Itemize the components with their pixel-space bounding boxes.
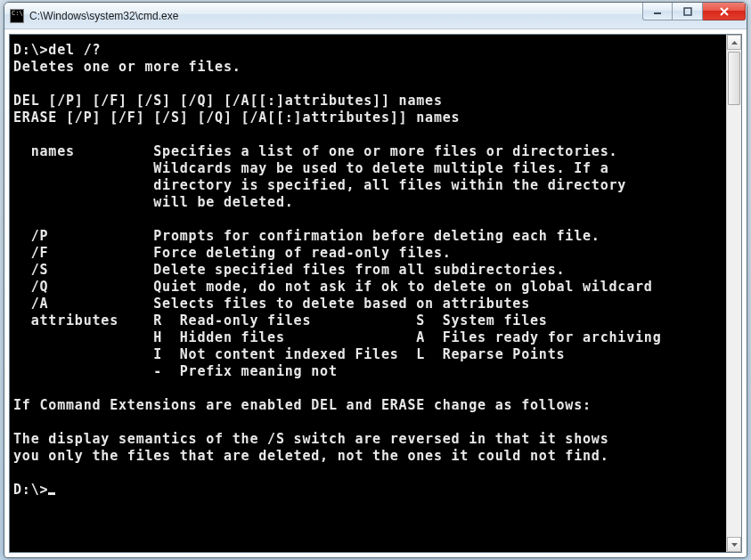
- svg-rect-1: [684, 8, 691, 15]
- line: attributes R Read-only files S System fi…: [13, 312, 548, 329]
- line: /A Selects files to delete based on attr…: [13, 296, 530, 312]
- close-icon: [719, 7, 730, 16]
- maximize-icon: [683, 7, 692, 16]
- chevron-up-icon: [731, 41, 738, 45]
- line: - Prefix meaning not: [13, 363, 338, 379]
- prompt: D:\>: [13, 482, 48, 498]
- line: will be deleted.: [13, 194, 294, 210]
- scroll-track[interactable]: [727, 50, 741, 537]
- line: /Q Quiet mode, do not ask if ok to delet…: [13, 279, 653, 295]
- console-output[interactable]: D:\>del /? Deletes one or more files. DE…: [10, 35, 726, 552]
- cmd-window: C:\Windows\system32\cmd.exe D:\>del /? D…: [4, 2, 747, 558]
- line: DEL [/P] [/F] [/S] [/Q] [/A[[:]attribute…: [13, 93, 443, 109]
- line: I Not content indexed Files L Reparse Po…: [13, 346, 565, 362]
- scroll-down-button[interactable]: [727, 537, 741, 552]
- line: If Command Extensions are enabled DEL an…: [13, 397, 592, 413]
- line: /P Prompts for confirmation before delet…: [13, 228, 600, 244]
- titlebar[interactable]: C:\Windows\system32\cmd.exe: [4, 3, 747, 29]
- svg-rect-0: [654, 12, 661, 14]
- maximize-button[interactable]: [673, 3, 703, 20]
- line: directory is specified, all files within…: [13, 177, 626, 193]
- minimize-button[interactable]: [642, 3, 673, 20]
- line: H Hidden files A Files ready for archivi…: [13, 329, 661, 345]
- line: D:\>del /?: [13, 42, 101, 58]
- close-button[interactable]: [703, 3, 746, 20]
- window-controls: [641, 3, 747, 28]
- minimize-icon: [653, 8, 662, 15]
- cursor: [48, 492, 55, 495]
- vertical-scrollbar[interactable]: [726, 35, 741, 552]
- window-title: C:\Windows\system32\cmd.exe: [29, 10, 641, 22]
- line: ERASE [/P] [/F] [/S] [/Q] [/A[[:]attribu…: [13, 110, 460, 126]
- line: you only the files that are deleted, not…: [13, 448, 609, 464]
- line: names Specifies a list of one or more fi…: [13, 143, 617, 159]
- chevron-down-icon: [731, 543, 738, 547]
- line: /F Force deleting of read-only files.: [13, 245, 452, 261]
- scroll-thumb[interactable]: [728, 52, 740, 105]
- line: /S Delete specified files from all subdi…: [13, 262, 565, 278]
- line: The display semantics of the /S switch a…: [13, 431, 609, 447]
- scroll-up-button[interactable]: [727, 35, 741, 50]
- client-area: D:\>del /? Deletes one or more files. DE…: [9, 34, 742, 553]
- line: Wildcards may be used to delete multiple…: [13, 160, 609, 176]
- line: Deletes one or more files.: [13, 59, 241, 75]
- cmd-icon: [10, 9, 24, 23]
